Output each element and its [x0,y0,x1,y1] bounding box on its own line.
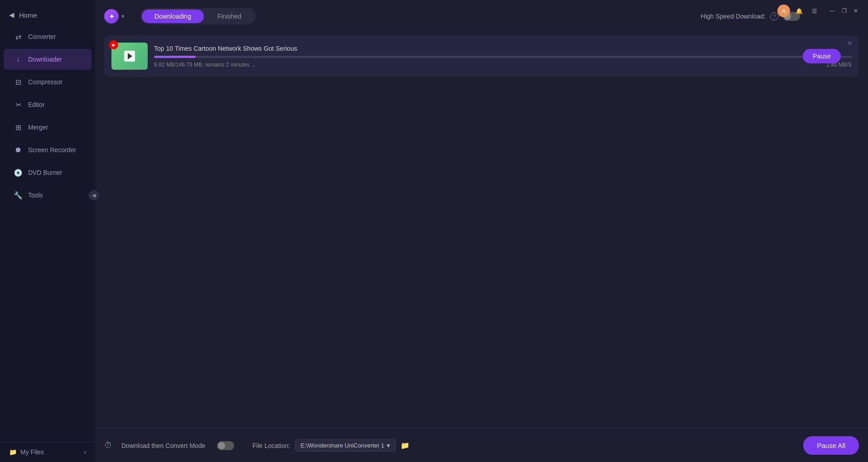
app-logo[interactable]: ✦ ▾ [104,9,124,24]
sidebar-my-files[interactable]: 📁 My Files › [0,442,95,462]
restore-button[interactable]: ❐ [839,6,849,16]
progress-bar-fill [154,56,196,58]
titlebar: A 🔔 ☰ — ❐ ✕ [770,0,868,22]
sidebar-collapse-button[interactable]: ◀ [89,190,99,200]
pause-all-button[interactable]: Pause All [803,436,859,455]
header: ✦ ▾ Downloading Finished High Speed Down… [95,0,868,31]
downloader-icon: ↓ [14,55,23,64]
progress-text: 8.82 MB/146.79 MB, remains 2 minutes ... [154,62,256,68]
my-files-arrow: › [84,448,86,456]
download-card: ✕ ▶ Top 10 Times Cartoon Network Shows G… [104,35,859,77]
file-location-section: File Location: E:\Wondershare UniConvert… [252,439,410,452]
my-files-label: My Files [20,448,44,456]
merger-label: Merger [28,124,48,131]
sidebar-item-downloader[interactable]: ↓ Downloader [4,49,92,70]
restore-icon: ❐ [842,8,847,14]
editor-label: Editor [28,101,45,108]
sidebar-home[interactable]: ◀ Home [0,5,95,25]
screen-recorder-label: Screen Recorder [28,146,76,154]
video-title: Top 10 Times Cartoon Network Shows Got S… [154,45,852,52]
file-path-dropdown[interactable]: E:\Wondershare UniConverter 1 ▾ [295,439,396,452]
dvd-burner-icon: 💿 [14,168,23,177]
video-thumbnail: ▶ [111,43,148,70]
high-speed-label: High Speed Download: [701,13,766,20]
card-info: Top 10 Times Cartoon Network Shows Got S… [154,45,852,68]
minimize-icon: — [829,8,835,14]
tab-group: Downloading Finished [140,8,256,24]
pause-button[interactable]: Pause [803,49,841,63]
file-location-label: File Location: [252,442,290,449]
editor-icon: ✂ [14,100,23,109]
content-area: ✕ ▶ Top 10 Times Cartoon Network Shows G… [95,31,868,428]
folder-icon: 📁 [9,448,17,456]
chevron-left-icon: ◀ [9,11,14,19]
merger-icon: ⊞ [14,123,23,132]
logo-icon: ✦ [104,9,119,24]
footer: ⏱ Download then Convert Mode File Locati… [95,428,868,462]
sidebar-item-merger[interactable]: ⊞ Merger [4,117,92,138]
menu-button[interactable]: ☰ [808,5,821,17]
window-controls: — ❐ ✕ [827,6,861,16]
main-content: A 🔔 ☰ — ❐ ✕ ✦ ▾ D [95,0,868,462]
home-label: Home [19,11,37,19]
sidebar-item-converter[interactable]: ⇄ Converter [4,26,92,47]
screen-recorder-icon: ⏺ [14,145,23,154]
progress-info: 8.82 MB/146.79 MB, remains 2 minutes ...… [154,62,852,68]
card-header: ▶ Top 10 Times Cartoon Network Shows Got… [111,43,852,70]
sidebar-item-tools[interactable]: 🔧 Tools [4,185,92,206]
sidebar-item-compressor[interactable]: ⊟ Compressor [4,72,92,92]
converter-icon: ⇄ [14,32,23,41]
hamburger-icon: ☰ [812,8,817,14]
sidebar-item-dvd-burner[interactable]: 💿 DVD Burner [4,162,92,183]
notification-button[interactable]: 🔔 [793,5,805,17]
sidebar-item-screen-recorder[interactable]: ⏺ Screen Recorder [4,140,92,160]
user-avatar[interactable]: A [777,5,790,17]
source-badge: ▶ [109,40,118,49]
download-convert-label: Download then Convert Mode [121,442,205,449]
progress-bar-track [154,56,852,58]
close-icon: ✕ [854,8,858,14]
convert-mode-toggle[interactable] [217,441,234,450]
dvd-burner-label: DVD Burner [28,169,62,176]
sidebar-nav: ⇄ Converter ↓ Downloader ⊟ Compressor ✂ … [0,25,95,442]
close-icon: ✕ [847,39,853,47]
tools-icon: 🔧 [14,191,23,200]
converter-label: Converter [28,33,56,40]
sidebar-item-editor[interactable]: ✂ Editor [4,94,92,115]
tools-label: Tools [28,192,43,199]
close-card-button[interactable]: ✕ [847,40,853,47]
compressor-label: Compressor [28,78,63,86]
open-folder-icon[interactable]: 📁 [400,441,410,450]
user-initial: A [782,8,786,14]
tab-finished[interactable]: Finished [205,10,254,23]
tab-downloading[interactable]: Downloading [142,10,204,23]
timer-icon[interactable]: ⏱ [104,441,112,450]
minimize-button[interactable]: — [827,6,837,16]
sidebar: ◀ Home ⇄ Converter ↓ Downloader ⊟ Compre… [0,0,95,462]
logo-dropdown-icon[interactable]: ▾ [121,13,124,19]
close-button[interactable]: ✕ [851,6,861,16]
file-path-text: E:\Wondershare UniConverter 1 [301,442,385,449]
play-icon [124,51,135,62]
notification-icon: 🔔 [796,8,803,14]
dropdown-arrow-icon: ▾ [387,442,390,449]
compressor-icon: ⊟ [14,77,23,87]
downloader-label: Downloader [28,56,62,63]
